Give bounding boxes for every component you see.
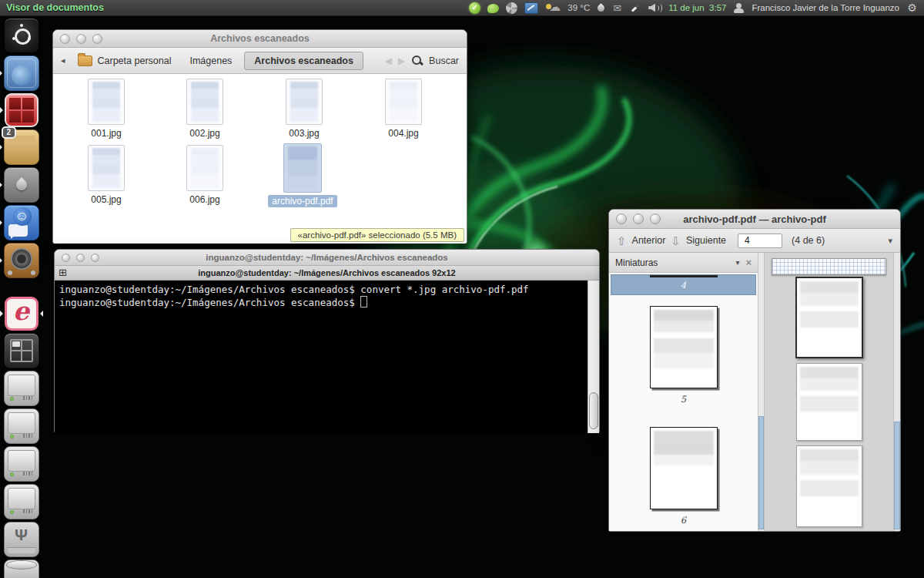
dock-item-drive-1[interactable] [4,371,39,406]
previous-page-icon[interactable]: ⇧ [617,235,627,247]
next-page-icon[interactable]: ⇩ [671,235,681,247]
dock-item-drive-2[interactable] [4,408,39,444]
dock-item-usb[interactable]: Ψ [4,522,39,557]
stylus-icon[interactable] [630,2,641,14]
minimize-button[interactable] [76,254,85,262]
page-6[interactable] [796,445,862,527]
updates-icon[interactable]: ✓ [469,2,480,14]
file-thumbnail [186,145,223,191]
page-count-label: (4 de 6) [792,235,825,246]
file-name: 001.jpg [87,127,125,139]
dock-item-files[interactable]: 2 [4,129,39,165]
minimize-button[interactable] [633,213,644,224]
gear-icon[interactable]: ⚙ [906,2,918,14]
dock-item-dash[interactable] [4,18,39,53]
focused-indicator [40,311,43,317]
file-manager-titlebar[interactable]: Archivos escaneados [53,30,467,48]
clock[interactable]: 11 de jun 3:57 [668,3,726,12]
thumbnail-page-5[interactable] [650,306,718,388]
page-number-input[interactable] [738,234,782,248]
terminal-scrollbar[interactable] [588,281,599,433]
maximize-button[interactable] [650,213,661,224]
file-list-area[interactable]: 001.jpg 002.jpg 003.jpg 004.jpg 005.jpg … [53,74,467,244]
thumbnail-page-6[interactable] [650,427,718,509]
document-viewer-titlebar[interactable]: archivo-pdf.pdf — archivo-pdf [609,210,900,229]
droplet-icon[interactable] [597,2,604,14]
file-item[interactable]: 003.jpg [264,79,344,139]
dock-item-backup[interactable] [4,167,39,203]
dock-item-media[interactable] [4,243,39,278]
breadcrumb-back-icon[interactable]: ◂ [61,55,65,66]
droplet-app-icon [4,167,39,203]
scrollbar-thumb[interactable] [589,392,598,429]
ubuntu-logo-icon [4,18,39,53]
dock-item-document-viewer[interactable]: e [5,297,38,331]
pinwheel-icon[interactable] [506,2,517,14]
file-thumbnail [385,79,422,125]
scrollbar-thumb[interactable] [758,416,764,529]
dock-item-drive-3[interactable] [4,446,39,482]
thumbnail-list[interactable]: 4 5 6 [609,273,758,531]
running-indicator [0,107,3,113]
search-icon[interactable] [411,55,423,66]
cloud-icon: ☁ [549,0,561,14]
dock-item-workspaces[interactable] [4,333,39,368]
dock-item-drive-4[interactable] [4,484,39,519]
previous-page-button[interactable]: Anterior [632,235,666,246]
scrollbar-thumb[interactable] [894,422,900,529]
close-button[interactable] [62,254,70,262]
history-back-icon[interactable]: ◀ [385,55,392,66]
search-label[interactable]: Buscar [429,55,459,66]
page-4-current[interactable] [795,277,863,358]
tablet-settings-icon[interactable] [524,2,538,14]
red-tiles-app-icon [5,93,38,127]
history-forward-icon[interactable]: ▶ [398,55,405,66]
dock-item-tiles[interactable] [5,93,38,127]
page-5[interactable] [796,363,862,441]
next-page-button[interactable]: Siguiente [686,235,726,246]
file-item[interactable]: 005.jpg [66,145,146,206]
breadcrumb-home[interactable]: Carpeta personal [72,52,178,69]
dock-item-trash[interactable]: ♻ [4,560,39,578]
sidebar-scrollbar[interactable] [758,253,765,531]
maximize-button[interactable] [92,34,102,44]
file-item-selected[interactable]: archivo-pdf.pdf [263,143,343,207]
breadcrumb-current[interactable]: Archivos escaneados [244,52,363,70]
terminal-titlebar[interactable]: inguanzo@studentday: ~/Imágenes/Archivos… [55,250,599,266]
usb-drive-icon: Ψ [4,522,39,557]
file-item[interactable]: 002.jpg [165,79,245,139]
sidebar-title: Miniaturas [615,257,658,268]
home-folder-icon [78,55,92,66]
hard-drive-icon [4,484,39,519]
thumbnail-selected[interactable]: 4 [611,274,756,295]
maximize-button[interactable] [91,254,99,262]
check-icon: ✓ [472,4,478,12]
breadcrumb-label: Carpeta personal [98,55,172,66]
sidebar-close-icon[interactable]: × [745,257,752,268]
dock-item-browser[interactable] [4,55,39,91]
breadcrumb-label: Imágenes [189,55,232,66]
grid-icon[interactable]: ⊞ [59,267,67,278]
zoom-dropdown-icon[interactable]: ▾ [888,236,892,246]
file-thumbnail [283,143,322,193]
file-item[interactable]: 001.jpg [66,79,146,139]
user-menu[interactable]: Francisco Javier de la Torre Inguanzo [752,3,899,12]
breadcrumb-images[interactable]: Imágenes [183,52,238,69]
file-item[interactable]: 006.jpg [165,145,245,206]
evince-icon: e [5,297,38,331]
sidebar-dropdown-icon[interactable]: ▾ [735,258,739,267]
chat-indicator-icon[interactable] [487,4,499,13]
weather-icon[interactable]: ☁ [545,2,561,14]
document-scrollbar[interactable] [893,253,900,531]
volume-icon[interactable] [648,2,661,14]
minimize-button[interactable] [76,34,86,44]
terminal-tab[interactable]: inguanzo@studentday: ~/Imágenes/Archivos… [198,268,455,277]
document-view[interactable] [765,253,893,531]
temperature-reading[interactable]: 39 °C [567,3,590,12]
dock-item-messenger[interactable]: ☺ [4,205,39,240]
terminal-screen[interactable]: inguanzo@studentday:~/Imágenes/Archivos … [55,281,588,433]
close-button[interactable] [60,34,70,44]
close-button[interactable] [616,213,627,224]
file-item[interactable]: 004.jpg [363,79,444,139]
mail-icon[interactable]: ✉ [611,2,623,14]
